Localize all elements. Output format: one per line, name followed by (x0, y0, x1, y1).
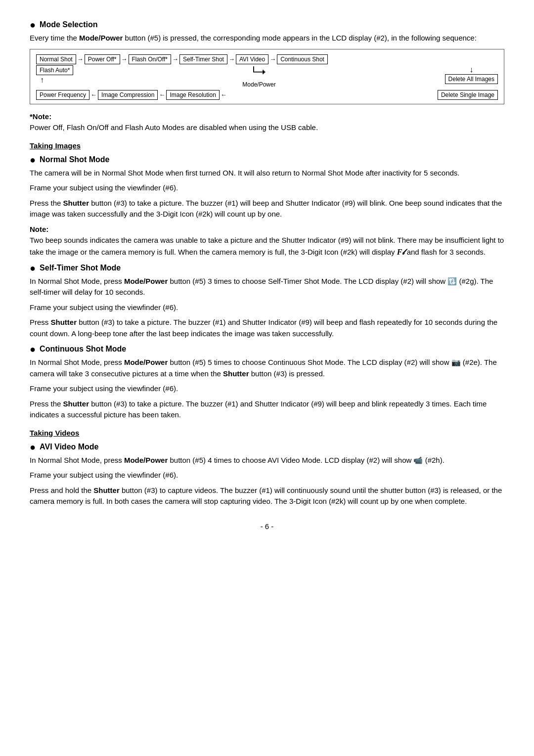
box-power-off: Power Off* (85, 54, 120, 64)
taking-videos-section: Taking Videos ● AVI Video Mode In Normal… (30, 429, 504, 507)
taking-images-section: Taking Images ● Normal Shot Mode The cam… (30, 141, 504, 258)
continuous-shot-section: ● Continuous Shot Mode In Normal Shot Mo… (30, 344, 504, 421)
continuous-shot-para1: In Normal Shot Mode, press Mode/Power bu… (30, 357, 504, 379)
mode-power-icon: ⮡ (252, 66, 266, 80)
avi-para1: In Normal Shot Mode, press Mode/Power bu… (30, 455, 504, 466)
taking-images-header: Taking Images (30, 141, 504, 150)
note-star-text: Power Off, Flash On/Off and Flash Auto M… (30, 123, 318, 132)
continuous-shot-title: ● Continuous Shot Mode (30, 344, 504, 354)
box-avi-video: AVI Video (236, 54, 268, 64)
normal-shot-note: Note: Two beep sounds indicates the came… (30, 224, 504, 258)
diagram-row2: Flash Auto* ↑ ⮡ Mode/Power ↓ Delete All … (36, 65, 498, 88)
continuous-shot-para3: Press the Shutter button (#3) to take a … (30, 399, 504, 421)
box-power-freq: Power Frequency (36, 90, 89, 100)
diagram-row1: Normal Shot → Power Off* → Flash On/Off*… (36, 54, 498, 64)
box-normal-shot: Normal Shot (36, 54, 76, 64)
note-star-label: *Note: (30, 112, 51, 121)
diagram-row3: Power Frequency ← Image Compression ← Im… (36, 90, 498, 100)
box-delete-single: Delete Single Image (438, 90, 498, 100)
continuous-shot-para2: Frame your subject using the viewfinder … (30, 383, 504, 395)
box-delete-all: Delete All Images (445, 74, 498, 84)
box-flash-auto: Flash Auto* (36, 65, 73, 75)
avi-video-title: ● AVI Video Mode (30, 442, 504, 452)
box-continuous-shot: Continuous Shot (277, 54, 328, 64)
mode-diagram: Normal Shot → Power Off* → Flash On/Off*… (30, 49, 504, 104)
box-self-timer: Self-Timer Shot (179, 54, 227, 64)
avi-para3: Press and hold the Shutter button (#3) t… (30, 485, 504, 507)
box-flash-onoff: Flash On/Off* (129, 54, 171, 64)
box-image-resolution: Image Resolution (166, 90, 219, 100)
note-star: *Note: Power Off, Flash On/Off and Flash… (30, 111, 504, 133)
self-timer-para1: In Normal Shot Mode, press Mode/Power bu… (30, 276, 504, 298)
self-timer-section: ● Self-Timer Shot Mode In Normal Shot Mo… (30, 263, 504, 340)
page-number: - 6 - (30, 522, 504, 531)
self-timer-para2: Frame your subject using the viewfinder … (30, 302, 504, 313)
normal-shot-title: ● Normal Shot Mode (30, 155, 504, 165)
self-timer-para3: Press Shutter button (#3) to take a pict… (30, 317, 504, 339)
mode-selection-intro: Every time the Mode/Power button (#5) is… (30, 33, 504, 44)
normal-shot-para2: Frame your subject using the viewfinder … (30, 182, 504, 194)
normal-shot-para3: Press the Shutter button (#3) to take a … (30, 198, 504, 220)
normal-shot-para1: The camera will be in Normal Shot Mode w… (30, 168, 504, 179)
page-content: ● Mode Selection Every time the Mode/Pow… (30, 20, 504, 531)
avi-para2: Frame your subject using the viewfinder … (30, 470, 504, 481)
mode-selection-title: ● Mode Selection (30, 20, 504, 30)
fl-icon: F𝓁 (397, 248, 405, 256)
self-timer-title: ● Self-Timer Shot Mode (30, 263, 504, 273)
taking-videos-header: Taking Videos (30, 429, 504, 437)
box-image-compression: Image Compression (98, 90, 158, 100)
